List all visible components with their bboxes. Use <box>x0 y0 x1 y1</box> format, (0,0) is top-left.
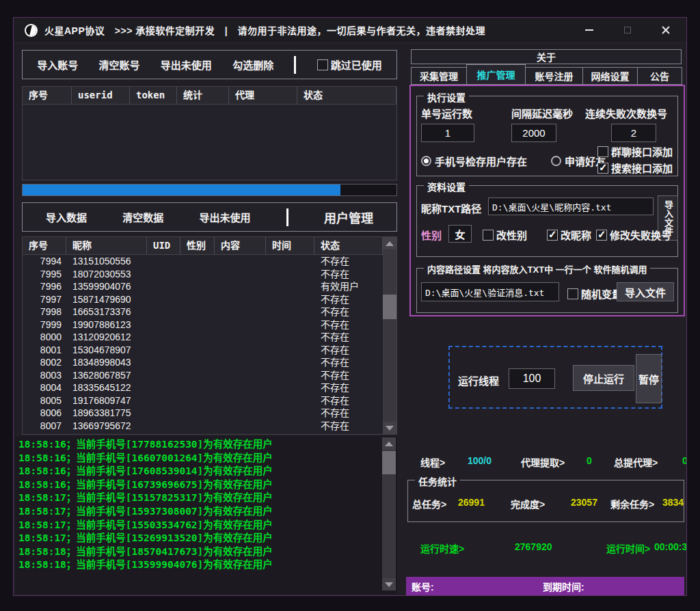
fail-switch-count-input[interactable] <box>611 124 656 142</box>
radio-phone-check-exists[interactable]: 手机号检存用户存在 <box>421 154 527 168</box>
task-stats-row: 总任务> 26991 完成度> 23057 剩余任务> 3834 <box>408 497 684 511</box>
cell-empty <box>215 356 266 369</box>
scrollbar-thumb[interactable] <box>382 451 396 474</box>
log-line: 18:58:17；当前手机号[15269913520]为有效存在用户 <box>18 532 381 545</box>
table-row[interactable]: 7999 19907886123 不存在 <box>23 318 383 331</box>
cell-empty <box>180 394 215 407</box>
cell-index: 7997 <box>23 293 66 306</box>
table-row[interactable]: 8007 13669795672 不存在 <box>23 420 383 433</box>
cell-index: 8002 <box>23 356 66 369</box>
col-header: 代理 <box>229 87 297 104</box>
nickname-path-input[interactable] <box>488 198 654 215</box>
profile-settings-group: 资料设置 昵称TXT路径 导入文件 性别 女 改性别 改昵称 修改失败换号 <box>416 185 678 257</box>
exec-settings-group: 执行设置 单号运行数 间隔延迟毫秒 连续失败次数换号 手机号检存用户存在 申请好… <box>416 96 678 176</box>
cell-status: 不存在 <box>314 356 383 369</box>
clear-accounts-button[interactable]: 清空账号 <box>98 57 139 72</box>
tab-announcement[interactable]: 公告 <box>637 67 682 85</box>
import-accounts-button[interactable]: 导入账号 <box>37 57 78 72</box>
cell-status: 不存在 <box>314 318 383 331</box>
user-table-scrollbar[interactable] <box>383 237 396 434</box>
cell-nickname: 13669795672 <box>66 420 147 433</box>
cell-nickname: 19176809747 <box>66 394 147 407</box>
pause-button[interactable]: 暂停 <box>636 354 662 403</box>
table-row[interactable]: 7998 16653173376 不存在 <box>23 306 383 318</box>
cell-empty <box>266 306 314 318</box>
cell-empty <box>266 280 314 293</box>
radio-label: 手机号检存用户存在 <box>435 154 527 168</box>
content-path-input[interactable] <box>421 282 559 301</box>
expire-label: 到期时间: <box>543 580 584 593</box>
tab-account-register[interactable]: 账号注册 <box>525 67 583 85</box>
stop-run-button[interactable]: 停止运行 <box>573 365 634 391</box>
log-panel: 18:58:16；当前手机号[17788162530]为有效存在用户 18:58… <box>15 436 397 594</box>
live-stats: 线程> 100/0 代理提取> 0 总提代理> 0 <box>420 455 687 470</box>
delete-checked-button[interactable]: 勾选删除 <box>232 57 273 72</box>
scrollbar-thumb[interactable] <box>383 295 396 319</box>
tab-collect-manage[interactable]: 采集管理 <box>411 67 467 85</box>
table-row[interactable]: 8006 18963381775 不存在 <box>23 407 383 420</box>
window-title: 火星APP协议 >>> 承接软件定制开发 | 请勿用于非法用途，一切后果与作者无… <box>44 23 485 37</box>
import-content-file-button[interactable]: 导入文件 <box>617 282 674 301</box>
cell-empty <box>266 381 314 394</box>
table-row[interactable]: 8001 15304678907 不存在 <box>23 344 383 357</box>
about-button[interactable]: 关于 <box>411 49 682 64</box>
col-header: 性别 <box>180 237 215 254</box>
random-variable-checkbox[interactable]: 随机变量 <box>567 286 622 301</box>
clear-data-button[interactable]: 清空数据 <box>122 210 163 224</box>
maximize-button[interactable] <box>622 25 633 36</box>
cell-empty <box>180 280 215 293</box>
table-row[interactable]: 7996 13599904076 有效用户 <box>23 280 383 293</box>
cell-empty <box>215 331 266 344</box>
cell-empty <box>215 344 266 357</box>
checkbox-label: 群聊接口添加 <box>611 144 673 159</box>
checkbox-icon <box>317 59 328 70</box>
cell-nickname: 13628067857 <box>66 369 147 382</box>
gender-select[interactable]: 女 <box>448 225 472 243</box>
change-gender-checkbox[interactable]: 改性别 <box>483 228 527 242</box>
scroll-down-icon[interactable] <box>383 422 396 434</box>
progress-fill <box>23 185 340 195</box>
skip-used-checkbox[interactable]: 跳过已使用 <box>317 57 382 72</box>
change-nickname-checkbox[interactable]: 改昵称 <box>547 228 591 242</box>
group-chat-api-checkbox[interactable]: 群聊接口添加 <box>597 144 673 159</box>
cell-status: 不存在 <box>314 306 383 318</box>
table-row[interactable]: 8000 13120920612 不存在 <box>23 331 383 344</box>
modify-fail-switch-checkbox[interactable]: 修改失败换号 <box>596 228 671 242</box>
cell-status: 不存在 <box>314 369 383 382</box>
runs-per-account-input[interactable] <box>421 124 474 142</box>
export-unused-accounts-button[interactable]: 导出未使用 <box>161 57 212 72</box>
search-api-checkbox[interactable]: 搜索接口添加 <box>597 161 673 175</box>
stat-label: 运行时间> <box>606 541 650 555</box>
table-row[interactable]: 7997 15871479690 不存在 <box>23 293 383 306</box>
scroll-up-icon[interactable] <box>382 437 396 450</box>
table-row[interactable]: 8003 13628067857 不存在 <box>23 369 383 382</box>
checkbox-label: 改性别 <box>496 228 527 242</box>
table-row[interactable]: 8004 18335645122 不存在 <box>23 381 383 394</box>
log-line: 18:58:16；当前手机号[16607001264]为有效存在用户 <box>18 452 381 465</box>
cell-empty <box>180 420 215 433</box>
table-row[interactable]: 7994 13151050556 不存在 <box>23 255 383 268</box>
checkbox-icon <box>597 163 608 174</box>
tab-network-settings[interactable]: 网络设置 <box>582 67 638 85</box>
close-button[interactable] <box>660 25 671 36</box>
log-scrollbar[interactable] <box>382 437 396 590</box>
field-label: 连续失败次数换号 <box>585 106 667 120</box>
table-row[interactable]: 7995 18072030553 不存在 <box>23 268 383 281</box>
col-header: UID <box>147 237 180 254</box>
user-manage-button[interactable]: 用户管理 <box>324 208 373 226</box>
app-window: 火星APP协议 >>> 承接软件定制开发 | 请勿用于非法用途，一切后果与作者无… <box>13 17 687 596</box>
import-data-button[interactable]: 导入数据 <box>46 210 87 224</box>
scroll-down-icon[interactable] <box>382 578 396 590</box>
thread-count-input[interactable] <box>509 368 555 389</box>
tab-promote-manage[interactable]: 推广管理 <box>466 64 526 85</box>
cell-empty <box>180 268 215 281</box>
cell-index: 7994 <box>23 255 66 268</box>
scroll-up-icon[interactable] <box>383 237 396 249</box>
export-unused-data-button[interactable]: 导出未使用 <box>200 210 251 224</box>
delay-ms-input[interactable] <box>511 124 556 142</box>
table-row[interactable]: 8002 18348998043 不存在 <box>23 356 383 369</box>
minimize-button[interactable] <box>584 25 595 36</box>
cell-index: 7999 <box>23 318 66 331</box>
table-row[interactable]: 8005 19176809747 不存在 <box>23 394 383 407</box>
cell-empty <box>266 420 314 433</box>
